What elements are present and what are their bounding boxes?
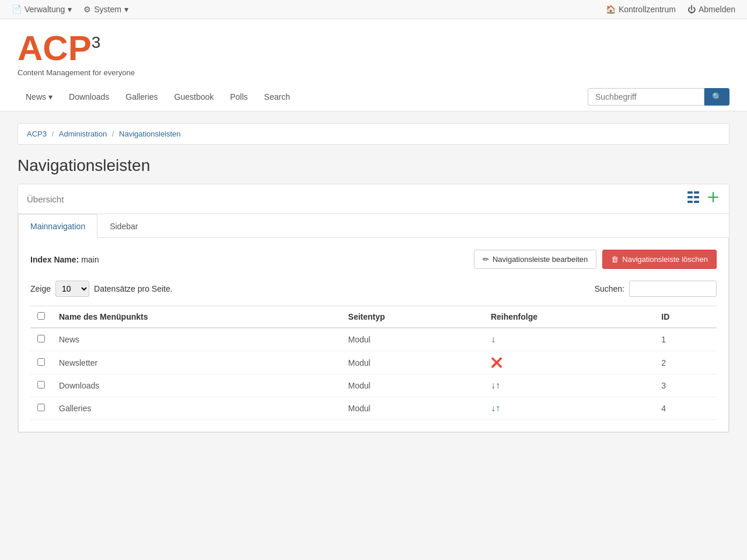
tab-content: Index Name: main ✏ Navigationsleiste bea…	[18, 238, 729, 432]
main-nav-search: 🔍	[588, 88, 729, 106]
row-checkbox[interactable]	[37, 358, 45, 366]
svg-rect-0	[687, 191, 693, 194]
table-row: DownloadsModul↓↑3	[30, 374, 717, 397]
row-order: ↓↑	[484, 374, 654, 397]
order-down-btn[interactable]: ↓	[491, 334, 495, 345]
system-menu[interactable]: ⚙ System ▾	[83, 5, 128, 14]
th-checkbox	[30, 306, 52, 328]
kontrollzentrum-btn[interactable]: 🏠 Kontrollzentrum	[606, 5, 676, 14]
verwaltung-caret: ▾	[68, 5, 72, 14]
document-icon: 📄	[12, 5, 22, 14]
panel-header: Übersicht	[18, 184, 729, 214]
row-name: News	[52, 328, 341, 351]
table-search-input[interactable]	[629, 281, 717, 297]
main-panel: Übersicht	[18, 184, 729, 433]
nav-downloads[interactable]: Downloads	[61, 83, 117, 111]
table-body: NewsModul↓1NewsletterModul❌2DownloadsMod…	[30, 328, 717, 420]
table-controls-right: Suchen:	[595, 281, 717, 297]
table-row: NewsModul↓1	[30, 328, 717, 351]
tab-sidebar-label: Sidebar	[110, 222, 138, 231]
order-up-btn[interactable]: ↑	[495, 380, 500, 391]
logo-area: ACP3 Content Management for everyone	[0, 19, 747, 83]
breadcrumb-administration[interactable]: Administration	[59, 130, 107, 138]
delete-btn-label: Navigationsleiste löschen	[622, 255, 708, 264]
main-search-input[interactable]	[588, 88, 704, 106]
order-up-btn[interactable]: ↑	[495, 403, 500, 414]
power-icon: ⏻	[687, 5, 696, 14]
system-caret: ▾	[124, 5, 128, 14]
nav-galleries[interactable]: Galleries	[117, 83, 166, 111]
row-id: 4	[654, 397, 717, 420]
table-row: GalleriesModul↓↑4	[30, 397, 717, 420]
table-header-row: Name des Menüpunkts Seitentyp Reihenfolg…	[30, 306, 717, 328]
nav-guestbook[interactable]: Guestbook	[166, 83, 222, 111]
row-checkbox[interactable]	[37, 404, 45, 411]
nav-guestbook-label: Guestbook	[174, 92, 214, 102]
row-checkbox[interactable]	[37, 335, 45, 342]
order-down-btn[interactable]: ↓	[491, 403, 495, 414]
row-order: ↓	[484, 328, 654, 351]
row-type: Modul	[341, 328, 484, 351]
table-controls-left: Zeige 10 25 50 100 Datensätze pro Seite.	[30, 281, 173, 297]
search-label: Suchen:	[595, 284, 624, 293]
row-type: Modul	[341, 397, 484, 420]
row-id: 2	[654, 351, 717, 374]
th-name-label: Name des Menüpunkts	[59, 312, 148, 321]
tab-sidebar[interactable]: Sidebar	[97, 214, 150, 238]
row-type: Modul	[341, 351, 484, 374]
tab-mainnavigation[interactable]: Mainnavigation	[18, 214, 97, 238]
edit-btn-label: Navigationsleiste bearbeiten	[493, 255, 588, 264]
svg-rect-4	[687, 201, 693, 203]
edit-navbar-btn[interactable]: ✏ Navigationsleiste bearbeiten	[474, 250, 596, 269]
page-title: Navigationsleisten	[18, 156, 729, 175]
logo-superscript: 3	[92, 33, 101, 51]
news-caret: ▾	[48, 92, 53, 102]
breadcrumb-acp3[interactable]: ACP3	[27, 130, 47, 138]
nav-news[interactable]: News ▾	[18, 83, 61, 111]
nav-news-label: News	[26, 92, 46, 102]
logo-text: ACP3	[18, 31, 100, 66]
nav-galleries-label: Galleries	[125, 92, 158, 102]
th-name: Name des Menüpunkts	[52, 306, 341, 328]
rows-per-page-select[interactable]: 10 25 50 100	[55, 281, 89, 297]
verwaltung-menu[interactable]: 📄 Verwaltung ▾	[12, 5, 72, 14]
index-name-label: Index Name:	[30, 255, 79, 264]
main-search-button[interactable]: 🔍	[704, 88, 729, 106]
abmelden-btn[interactable]: ⏻ Abmelden	[687, 5, 735, 14]
th-type-label: Seitentyp	[348, 312, 385, 321]
main-nav-items: News ▾ Downloads Galleries Guestbook Pol…	[18, 83, 298, 111]
row-checkbox[interactable]	[37, 381, 45, 388]
show-label: Zeige	[30, 284, 51, 293]
verwaltung-label: Verwaltung	[25, 5, 65, 14]
index-name-value: main	[81, 255, 99, 264]
order-down-btn[interactable]: ↓	[491, 380, 495, 391]
edit-icon: ✏	[483, 255, 489, 264]
breadcrumb-sep2: /	[112, 130, 116, 138]
delete-navbar-btn[interactable]: 🗑 Navigationsleiste löschen	[602, 250, 717, 269]
index-name: Index Name: main	[30, 255, 99, 264]
table-row: NewsletterModul❌2	[30, 351, 717, 374]
row-order: ❌	[484, 351, 654, 374]
table-controls: Zeige 10 25 50 100 Datensätze pro Seite.…	[30, 281, 717, 297]
nav-polls[interactable]: Polls	[222, 83, 256, 111]
row-type: Modul	[341, 374, 484, 397]
content-area: ACP3 / Administration / Navigationsleist…	[0, 111, 747, 456]
select-all-checkbox[interactable]	[37, 312, 45, 320]
menu-table: Name des Menüpunkts Seitentyp Reihenfolg…	[30, 306, 717, 420]
abmelden-label: Abmelden	[699, 5, 735, 14]
th-order: Reihenfolge	[484, 306, 654, 328]
add-button[interactable]	[706, 190, 720, 208]
nav-search[interactable]: Search	[256, 83, 298, 111]
breadcrumb-navigationsleisten[interactable]: Navigationsleisten	[119, 130, 181, 138]
th-id: ID	[654, 306, 717, 328]
panel-actions	[686, 190, 720, 208]
tabs: Mainnavigation Sidebar	[18, 214, 729, 238]
tab-mainnavigation-label: Mainnavigation	[30, 222, 85, 231]
grid-view-button[interactable]	[686, 190, 700, 208]
svg-rect-3	[694, 196, 699, 198]
panel-title: Übersicht	[27, 194, 64, 204]
kontrollzentrum-label: Kontrollzentrum	[619, 5, 676, 14]
svg-rect-2	[687, 196, 693, 198]
per-page-label: Datensätze pro Seite.	[94, 284, 173, 293]
logo: ACP3 Content Management for everyone	[18, 31, 729, 77]
